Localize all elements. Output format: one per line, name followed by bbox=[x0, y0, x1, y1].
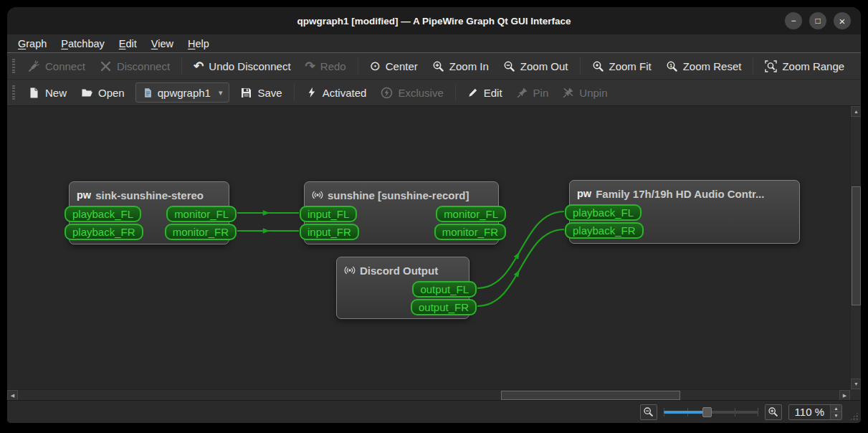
spin-down-button[interactable]: ▼ bbox=[831, 412, 841, 419]
zoom-out-icon bbox=[643, 406, 654, 417]
new-file-icon bbox=[28, 87, 40, 99]
lightning-bolt-icon bbox=[306, 87, 318, 98]
port-row: playback_FRmonitor_FR bbox=[70, 224, 229, 240]
node-discord-output[interactable]: Discord Outputoutput_FLoutput_FR bbox=[336, 257, 469, 319]
minimize-button[interactable]: − bbox=[785, 12, 802, 29]
unpin-icon bbox=[563, 87, 574, 98]
horizontal-scrollbar-thumb[interactable] bbox=[501, 391, 680, 400]
zoom-range-icon bbox=[765, 60, 777, 72]
connect-button[interactable]: Connect bbox=[22, 56, 92, 76]
node-title: sink-sunshine-stereo bbox=[95, 189, 204, 201]
menu-edit[interactable]: Edit bbox=[113, 37, 143, 51]
port-sink-sunshine-stereo-playback_FL[interactable]: playback_FL bbox=[65, 206, 141, 222]
zoom-percent-spinbox[interactable]: 110 % ▲ ▼ bbox=[788, 404, 842, 420]
port-sink-sunshine-stereo-monitor_FL[interactable]: monitor_FL bbox=[166, 206, 237, 222]
zoom-in-icon bbox=[768, 406, 778, 417]
statusbar-zoom-out-button[interactable] bbox=[640, 404, 657, 420]
port-sunshine-monitor_FR[interactable]: monitor_FR bbox=[434, 224, 506, 240]
port-sink-sunshine-stereo-monitor_FR[interactable]: monitor_FR bbox=[165, 224, 237, 240]
port-sunshine-input_FR[interactable]: input_FR bbox=[300, 224, 359, 240]
scroll-right-button[interactable]: ▶ bbox=[839, 390, 850, 400]
toolbar-drag-handle[interactable] bbox=[12, 85, 15, 100]
horizontal-scrollbar[interactable]: ◀ ▶ bbox=[7, 389, 850, 400]
scroll-up-icon: ▲ bbox=[854, 109, 859, 114]
zoom-range-button[interactable]: Zoom Range bbox=[758, 56, 851, 76]
patchbay-file-name: qpwgraph1 bbox=[158, 87, 211, 99]
statusbar: 110 % ▲ ▼ bbox=[7, 400, 861, 423]
circled-bolt-icon bbox=[381, 87, 393, 99]
close-button[interactable]: × bbox=[834, 12, 851, 29]
zoom-percent-value: 110 % bbox=[789, 405, 830, 419]
zoom-in-icon bbox=[432, 60, 444, 72]
scroll-down-icon: ▼ bbox=[854, 381, 859, 386]
zoom-reset-button[interactable]: 1 Zoom Reset bbox=[659, 56, 748, 76]
node-header: sunshine [sunshine-record] bbox=[305, 182, 498, 204]
node-title: sunshine [sunshine-record] bbox=[328, 189, 469, 201]
node-sunshine[interactable]: sunshine [sunshine-record]input_FLmonito… bbox=[304, 181, 499, 244]
scroll-down-button[interactable]: ▼ bbox=[851, 379, 861, 389]
statusbar-zoom-in-button[interactable] bbox=[765, 404, 782, 420]
resize-grip[interactable] bbox=[849, 411, 859, 421]
pin-button[interactable]: Pin bbox=[510, 82, 555, 103]
menubar: Graph Patchbay Edit View Help bbox=[7, 34, 861, 53]
toolbar-separator bbox=[294, 84, 295, 101]
toolbar-separator bbox=[181, 57, 182, 75]
node-header: pwFamily 17h/19h HD Audio Contr... bbox=[570, 181, 799, 203]
scroll-left-button[interactable]: ◀ bbox=[7, 390, 18, 400]
zoom-slider-handle[interactable] bbox=[702, 407, 712, 417]
port-discord-output-output_FL[interactable]: output_FL bbox=[412, 281, 477, 298]
zoom-slider-fill bbox=[664, 411, 707, 414]
port-row: playback_FL bbox=[570, 204, 799, 221]
stream-broadcast-icon bbox=[344, 265, 356, 276]
port-sink-sunshine-stereo-playback_FR[interactable]: playback_FR bbox=[65, 224, 143, 240]
patchbay-file-dropdown[interactable]: qpwgraph1 ▾ bbox=[135, 82, 230, 103]
graph-canvas[interactable]: pwsink-sunshine-stereoplayback_FLmonitor… bbox=[7, 106, 861, 400]
toolbar-drag-handle[interactable] bbox=[12, 59, 15, 73]
scroll-right-icon: ▶ bbox=[843, 393, 846, 399]
zoom-slider[interactable] bbox=[664, 406, 758, 419]
open-button[interactable]: Open bbox=[75, 82, 131, 103]
node-header: Discord Output bbox=[337, 257, 469, 280]
vertical-scrollbar-thumb[interactable] bbox=[852, 186, 861, 305]
port-family-hd-audio-playback_FL[interactable]: playback_FL bbox=[565, 204, 642, 221]
port-row: playback_FR bbox=[570, 222, 799, 239]
svg-text:1: 1 bbox=[669, 62, 672, 68]
node-title: Family 17h/19h HD Audio Contr... bbox=[596, 188, 764, 200]
port-sunshine-monitor_FL[interactable]: monitor_FL bbox=[436, 206, 506, 222]
port-discord-output-output_FR[interactable]: output_FR bbox=[411, 299, 477, 315]
zoom-fit-button[interactable]: Zoom Fit bbox=[586, 56, 658, 76]
spin-up-button[interactable]: ▲ bbox=[831, 405, 841, 413]
window-controls: − □ × bbox=[785, 12, 851, 29]
redo-button[interactable]: ↷ Redo bbox=[299, 56, 353, 76]
disconnect-button[interactable]: Disconnect bbox=[93, 56, 176, 76]
menu-patchbay[interactable]: Patchbay bbox=[54, 37, 110, 51]
maximize-button[interactable]: □ bbox=[809, 12, 826, 29]
new-button[interactable]: New bbox=[22, 82, 73, 103]
unpin-button[interactable]: Unpin bbox=[556, 82, 614, 103]
undo-button[interactable]: ↶ Undo Disconnect bbox=[187, 56, 297, 76]
menu-graph[interactable]: Graph bbox=[11, 37, 53, 51]
toolbar-graph: Connect Disconnect ↶ Undo Disconnect ↷ R… bbox=[7, 53, 861, 80]
zoom-out-button[interactable]: Zoom Out bbox=[497, 56, 575, 76]
edit-button[interactable]: Edit bbox=[461, 82, 509, 103]
scroll-up-button[interactable]: ▲ bbox=[851, 106, 861, 117]
connect-icon bbox=[28, 60, 40, 72]
menu-view[interactable]: View bbox=[145, 37, 180, 51]
patchbay-file-icon bbox=[143, 87, 153, 98]
node-family-hd-audio[interactable]: pwFamily 17h/19h HD Audio Contr...playba… bbox=[569, 180, 800, 244]
toolbar-patchbay: New Open qpwgraph1 ▾ Save Activated bbox=[7, 80, 861, 106]
port-row: playback_FLmonitor_FL bbox=[70, 206, 229, 222]
node-sink-sunshine-stereo[interactable]: pwsink-sunshine-stereoplayback_FLmonitor… bbox=[69, 181, 229, 244]
exclusive-button[interactable]: Exclusive bbox=[374, 82, 449, 103]
center-button[interactable]: ⊙ Center bbox=[363, 56, 424, 76]
port-sunshine-input_FL[interactable]: input_FL bbox=[300, 206, 357, 222]
zoom-in-button[interactable]: Zoom In bbox=[426, 56, 495, 76]
center-icon: ⊙ bbox=[370, 60, 381, 72]
nodes-layer: pwsink-sunshine-stereoplayback_FLmonitor… bbox=[7, 106, 861, 400]
menu-help[interactable]: Help bbox=[181, 37, 216, 51]
vertical-scrollbar[interactable]: ▲ ▼ bbox=[850, 106, 861, 389]
port-family-hd-audio-playback_FR[interactable]: playback_FR bbox=[565, 222, 644, 239]
activated-button[interactable]: Activated bbox=[300, 82, 373, 103]
save-button[interactable]: Save bbox=[234, 82, 288, 103]
app-window: qpwgraph1 [modified] — A PipeWire Graph … bbox=[7, 7, 861, 423]
